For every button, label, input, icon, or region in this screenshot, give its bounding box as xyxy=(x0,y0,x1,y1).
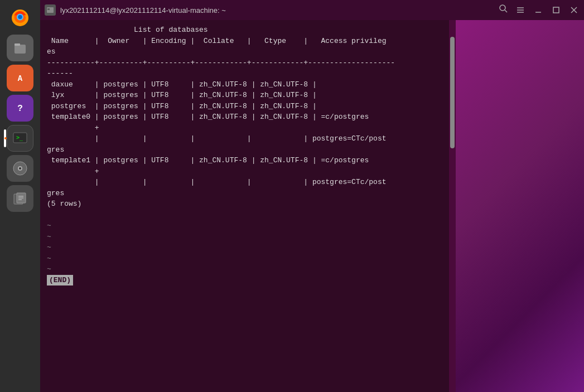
terminal-line: template0 | postgres | UTF8 | zh_CN.UTF-… xyxy=(47,112,442,123)
svg-point-21 xyxy=(500,5,505,11)
title-bar-left: lyx2021112114@lyx2021112114-virtual-mach… xyxy=(45,4,226,16)
terminal-line: postgres | postgres | UTF8 | zh_CN.UTF-8… xyxy=(47,101,442,112)
end-marker: (END) xyxy=(47,275,73,286)
terminal-line: + xyxy=(47,166,442,177)
svg-point-13 xyxy=(19,167,21,170)
maximize-button[interactable] xyxy=(551,4,562,16)
terminal-line: gres xyxy=(47,188,442,199)
main-content: lyx2021112114@lyx2021112114-virtual-mach… xyxy=(40,0,584,392)
title-bar-controls xyxy=(499,4,580,16)
terminal-line: template1 | postgres | UTF8 | zh_CN.UTF-… xyxy=(47,155,442,166)
terminal-line: daxue | postgres | UTF8 | zh_CN.UTF-8 | … xyxy=(47,79,442,90)
terminal-end-marker-line: (END) xyxy=(47,275,442,286)
sidebar-item-cd[interactable] xyxy=(7,155,33,182)
terminal-line: ------ xyxy=(47,68,442,79)
sidebar-item-files2[interactable] xyxy=(7,185,33,212)
terminal-line: ~ xyxy=(47,253,442,264)
sidebar-item-help[interactable]: ? xyxy=(7,95,33,122)
terminal-line: ~ xyxy=(47,242,442,253)
minimize-button[interactable] xyxy=(533,4,544,16)
svg-text:A: A xyxy=(18,74,23,83)
sidebar-item-firefox[interactable] xyxy=(7,4,33,31)
svg-point-2 xyxy=(18,15,22,20)
terminal-line: gres xyxy=(47,144,442,156)
terminal-content[interactable]: List of databases Name | Owner | Encodin… xyxy=(40,20,449,392)
desktop-background: CSDN @卑鄙的我@v@ xyxy=(456,20,584,392)
title-bar-title: lyx2021112114@lyx2021112114-virtual-mach… xyxy=(60,6,226,14)
terminal-line: (5 rows) xyxy=(47,199,442,210)
terminal-line: -----------+----------+----------+------… xyxy=(47,57,442,69)
terminal-line: | | | | | postgres=CTc/post xyxy=(47,177,442,188)
hamburger-menu-icon[interactable] xyxy=(515,4,526,16)
terminal-line: Name | Owner | Encoding | Collate | Ctyp… xyxy=(47,36,442,47)
terminal-line: es xyxy=(47,46,442,57)
sidebar: A ? >_ xyxy=(0,0,40,392)
svg-text:>_: >_ xyxy=(16,134,23,141)
terminal-line: + xyxy=(47,123,442,134)
active-indicator xyxy=(4,137,7,139)
terminal-line: ~ xyxy=(47,220,442,231)
sidebar-item-files[interactable] xyxy=(7,35,33,61)
title-bar-window-icon xyxy=(45,4,56,16)
terminal-line: List of databases xyxy=(47,25,442,36)
close-button[interactable] xyxy=(568,4,580,16)
terminal-wrapper: List of databases Name | Owner | Encodin… xyxy=(40,20,584,392)
terminal-line: | | | | | postgres=CTc/post xyxy=(47,133,442,144)
search-icon[interactable] xyxy=(499,4,508,16)
terminal-line xyxy=(47,210,442,221)
title-bar: lyx2021112114@lyx2021112114-virtual-mach… xyxy=(40,0,584,20)
scrollbar-track[interactable] xyxy=(449,20,456,392)
svg-line-22 xyxy=(505,10,507,12)
sidebar-item-appstore[interactable]: A xyxy=(7,65,33,91)
svg-rect-4 xyxy=(15,43,20,46)
scrollbar-thumb[interactable] xyxy=(450,37,455,148)
svg-text:?: ? xyxy=(17,104,23,114)
svg-rect-20 xyxy=(47,8,50,10)
svg-rect-3 xyxy=(15,45,26,54)
terminal-line: ~ xyxy=(47,231,442,243)
terminal-line: ~ xyxy=(47,264,442,275)
sidebar-item-terminal[interactable]: >_ xyxy=(7,125,33,152)
terminal-line: lyx | postgres | UTF8 | zh_CN.UTF-8 | zh… xyxy=(47,90,442,101)
svg-rect-27 xyxy=(553,7,559,13)
